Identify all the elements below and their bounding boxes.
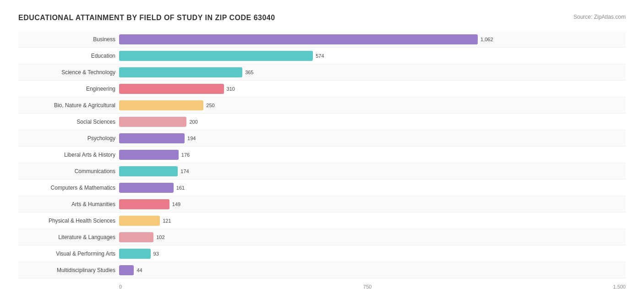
bar-track: 574 [119, 51, 626, 61]
bar-label: Bio, Nature & Agricultural [18, 102, 119, 109]
bar-fill [119, 84, 224, 94]
bar-fill [119, 265, 134, 275]
bar-row: Business1,062 [18, 31, 626, 48]
bar-row: Visual & Performing Arts93 [18, 245, 626, 262]
bar-label: Multidisciplinary Studies [18, 267, 119, 273]
bar-row: Social Sciences200 [18, 114, 626, 130]
bar-fill [119, 249, 151, 259]
bar-row: Arts & Humanities149 [18, 196, 626, 213]
bar-track: 121 [119, 216, 626, 226]
bar-value: 161 [176, 185, 185, 191]
bar-value: 174 [180, 169, 189, 174]
bar-label: Communications [18, 168, 119, 174]
bar-track: 194 [119, 133, 626, 143]
bar-label: Education [18, 53, 119, 59]
bar-track: 310 [119, 84, 626, 94]
bar-label: Science & Technology [18, 69, 119, 76]
chart-title: EDUCATIONAL ATTAINMENT BY FIELD OF STUDY… [18, 14, 275, 22]
bar-value: 200 [189, 119, 197, 125]
bar-value: 149 [172, 202, 180, 207]
bar-value: 194 [187, 136, 196, 141]
bar-value: 1,062 [480, 37, 493, 42]
bar-value: 102 [156, 234, 164, 240]
bar-row: Education574 [18, 48, 626, 64]
bar-row: Psychology194 [18, 130, 626, 147]
bar-label: Psychology [18, 135, 119, 142]
bar-label: Computers & Mathematics [18, 185, 119, 191]
bar-track: 174 [119, 166, 626, 176]
chart-container: EDUCATIONAL ATTAINMENT BY FIELD OF STUDY… [9, 9, 635, 289]
bar-row: Engineering310 [18, 81, 626, 97]
bar-value: 574 [316, 53, 324, 59]
bar-track: 161 [119, 183, 626, 193]
bar-label: Physical & Health Sciences [18, 218, 119, 224]
bar-track: 365 [119, 67, 626, 77]
bar-fill [119, 51, 313, 61]
bar-fill [119, 183, 174, 193]
bar-track: 1,062 [119, 34, 626, 44]
bar-value: 93 [153, 251, 159, 256]
bar-track: 93 [119, 249, 626, 259]
bar-fill [119, 166, 178, 176]
bar-track: 149 [119, 199, 626, 209]
bar-fill [119, 117, 186, 127]
x-axis-label: 750 [363, 284, 371, 289]
bar-label: Literature & Languages [18, 234, 119, 240]
bar-row: Communications174 [18, 163, 626, 180]
bar-value: 310 [227, 86, 235, 92]
bar-fill [119, 216, 160, 226]
bar-value: 176 [181, 152, 190, 158]
bar-label: Liberal Arts & History [18, 152, 119, 158]
chart-source: Source: ZipAtlas.com [573, 14, 626, 20]
x-axis-labels: 07501,500 [119, 282, 626, 289]
bar-label: Social Sciences [18, 119, 119, 125]
bar-fill [119, 100, 203, 110]
bar-row: Physical & Health Sciences121 [18, 213, 626, 229]
bar-label: Engineering [18, 86, 119, 92]
bar-row: Multidisciplinary Studies44 [18, 262, 626, 278]
x-axis-label: 1,500 [613, 284, 626, 289]
x-axis-label: 0 [119, 284, 122, 289]
bar-track: 250 [119, 100, 626, 110]
bar-row: Liberal Arts & History176 [18, 147, 626, 163]
bar-fill [119, 232, 153, 242]
bar-track: 176 [119, 150, 626, 160]
bar-track: 102 [119, 232, 626, 242]
bar-fill [119, 67, 242, 77]
bar-label: Visual & Performing Arts [18, 251, 119, 257]
bar-row: Science & Technology365 [18, 64, 626, 81]
bar-value: 121 [163, 218, 171, 224]
bar-value: 365 [245, 70, 253, 75]
bar-fill [119, 133, 185, 143]
bar-value: 44 [136, 267, 142, 273]
chart-body: Business1,062Education574Science & Techn… [18, 31, 626, 278]
bar-track: 44 [119, 265, 626, 275]
chart-header: EDUCATIONAL ATTAINMENT BY FIELD OF STUDY… [18, 14, 626, 22]
bar-track: 200 [119, 117, 626, 127]
bar-label: Business [18, 36, 119, 43]
bar-value: 250 [206, 103, 214, 108]
bar-row: Computers & Mathematics161 [18, 180, 626, 196]
bar-fill [119, 150, 179, 160]
bar-row: Literature & Languages102 [18, 229, 626, 245]
bar-row: Bio, Nature & Agricultural250 [18, 97, 626, 114]
x-axis: 07501,500 [119, 282, 626, 289]
bar-fill [119, 199, 169, 209]
bar-label: Arts & Humanities [18, 201, 119, 207]
bar-fill [119, 34, 478, 44]
